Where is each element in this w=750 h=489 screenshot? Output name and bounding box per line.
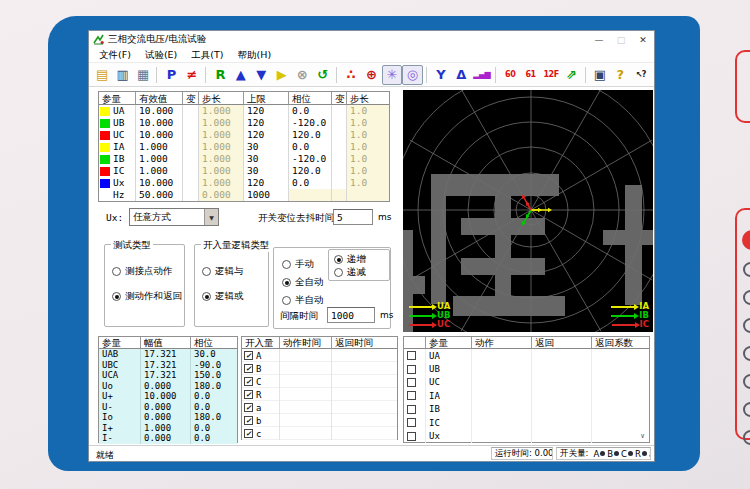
stop-button[interactable]: ⊗	[292, 65, 312, 85]
radio-manual[interactable]: 手动	[282, 258, 314, 271]
value-cell[interactable]: 1.000	[136, 141, 183, 153]
value-cell[interactable]: 1.000	[136, 165, 183, 177]
parameter-row[interactable]: Ux 10.000 1.000 120 0.0 1.0	[99, 177, 389, 189]
menu-test[interactable]: 试验(E)	[138, 49, 184, 62]
checkbox-icon[interactable]	[407, 405, 416, 414]
save-button[interactable]: ▥	[112, 65, 132, 85]
phase-cell[interactable]: 0.0	[289, 105, 332, 117]
snowflake-button[interactable]: ✳	[382, 65, 402, 85]
phase-cell[interactable]: 0.0	[289, 177, 332, 189]
limit-cell[interactable]: 120	[244, 129, 289, 141]
input-channel-row[interactable]: B	[242, 362, 397, 375]
about-button[interactable]: ?	[610, 65, 630, 85]
radio-contact-action[interactable]: 测接点动作	[112, 265, 173, 278]
limit-cell[interactable]: 1000	[244, 189, 289, 201]
value-cell[interactable]: 10.000	[136, 177, 183, 189]
input-channel-row[interactable]: C	[242, 375, 397, 388]
value-cell[interactable]: 50.000	[136, 189, 183, 201]
delta-connection-button[interactable]: Δ	[451, 65, 471, 85]
vary2-cell[interactable]	[332, 141, 347, 153]
radio-logic-and[interactable]: 逻辑与	[202, 265, 244, 278]
action-row[interactable]: UB	[404, 362, 649, 375]
checkbox-icon[interactable]	[407, 365, 416, 374]
limit-cell[interactable]: 120	[244, 105, 289, 117]
y-connection-button[interactable]: Y	[431, 65, 451, 85]
input-channel-row[interactable]: a	[242, 401, 397, 414]
action-row[interactable]: IB	[404, 403, 649, 416]
phase-cell[interactable]: 120.0	[289, 165, 332, 177]
input-channel-row[interactable]: A	[242, 349, 397, 362]
freq-60-button[interactable]: 60	[500, 65, 520, 85]
value-cell[interactable]: 1.000	[136, 153, 183, 165]
vary-cell[interactable]	[183, 105, 199, 117]
vary2-cell[interactable]	[332, 153, 347, 165]
checkbox-icon[interactable]	[407, 432, 416, 441]
phase-cell[interactable]: -120.0	[289, 117, 332, 129]
ux-mode-select[interactable]: 任意方式 ▼	[129, 208, 219, 226]
input-channel-row[interactable]: b	[242, 414, 397, 427]
parameter-row[interactable]: IA 1.000 1.000 30 0.0 1.0	[99, 141, 389, 153]
limit-cell[interactable]: 30	[244, 153, 289, 165]
chevron-down-icon[interactable]: ▼	[204, 209, 218, 225]
menu-help[interactable]: 帮助(H)	[231, 49, 279, 62]
interval-input[interactable]: 1000	[327, 307, 375, 323]
phasor-view-button[interactable]: ∴	[341, 65, 361, 85]
vary2-cell[interactable]	[332, 129, 347, 141]
radio-decrement[interactable]: 递减	[334, 266, 366, 279]
lower-button[interactable]: ▼	[251, 65, 271, 85]
radio-logic-or[interactable]: 逻辑或	[202, 290, 244, 303]
phase-cell[interactable]	[289, 189, 332, 201]
phase-diff-button[interactable]: ≠	[182, 65, 202, 85]
checkbox-icon[interactable]	[407, 351, 416, 360]
action-row[interactable]: Ux	[404, 429, 649, 442]
print-button[interactable]: ▦	[133, 65, 153, 85]
close-icon[interactable]: ✕	[632, 32, 654, 48]
debounce-input[interactable]: 5	[333, 209, 373, 225]
vary-cell[interactable]	[183, 177, 199, 189]
value-cell[interactable]: 10.000	[136, 117, 183, 129]
value-cell[interactable]: 10.000	[136, 129, 183, 141]
scroll-down-icon[interactable]: ∨	[637, 431, 648, 441]
action-row[interactable]: UA	[404, 349, 649, 362]
vary2-cell[interactable]	[332, 165, 347, 177]
vary2-cell[interactable]	[332, 117, 347, 129]
menu-tools[interactable]: 工具(T)	[184, 49, 230, 62]
menu-file[interactable]: 文件(F)	[92, 49, 138, 62]
vary-cell[interactable]	[183, 165, 199, 177]
checkbox-icon[interactable]	[244, 364, 253, 373]
p-wiring-button[interactable]: P	[161, 65, 181, 85]
phase-cell[interactable]: -120.0	[289, 153, 332, 165]
start-button[interactable]: ▶	[272, 65, 292, 85]
radio-full-auto[interactable]: 全自动	[282, 276, 324, 289]
context-help-button[interactable]: ↖?	[631, 65, 651, 85]
parameter-row[interactable]: UB 10.000 1.000 120 -120.0 1.0	[99, 117, 389, 129]
radio-action-and-return[interactable]: 测动作和返回	[112, 290, 182, 303]
title-bar[interactable]: 三相交流电压/电流试验 — □ ✕	[89, 31, 654, 48]
maximize-icon[interactable]: □	[610, 32, 632, 48]
action-row[interactable]: IA	[404, 389, 649, 402]
undo-button[interactable]: ↺	[312, 65, 332, 85]
phase-cell[interactable]: 0.0	[289, 141, 332, 153]
checkbox-icon[interactable]	[407, 378, 416, 387]
raise-button[interactable]: ▲	[231, 65, 251, 85]
action-row[interactable]: UC	[404, 376, 649, 389]
minimize-icon[interactable]: —	[588, 32, 610, 48]
checkbox-icon[interactable]	[407, 418, 416, 427]
vary2-cell[interactable]	[332, 105, 347, 117]
vary-cell[interactable]	[183, 141, 199, 153]
limit-cell[interactable]: 30	[244, 141, 289, 153]
vary-cell[interactable]	[183, 129, 199, 141]
freq-12f-button[interactable]: 12F	[541, 65, 561, 85]
checkbox-icon[interactable]	[244, 390, 253, 399]
limit-cell[interactable]: 30	[244, 165, 289, 177]
limit-cell[interactable]: 120	[244, 177, 289, 189]
limit-cell[interactable]: 120	[244, 117, 289, 129]
checkbox-icon[interactable]	[244, 416, 253, 425]
parameter-row[interactable]: UC 10.000 1.000 120 120.0 1.0	[99, 129, 389, 141]
output-button[interactable]: ⇗	[561, 65, 581, 85]
checkbox-icon[interactable]	[244, 403, 253, 412]
harmonic-button[interactable]: ▂▄▆	[472, 65, 492, 85]
parameter-row[interactable]: IC 1.000 1.000 30 120.0 1.0	[99, 165, 389, 177]
checkbox-icon[interactable]	[244, 429, 253, 438]
vary2-cell[interactable]	[332, 189, 347, 201]
